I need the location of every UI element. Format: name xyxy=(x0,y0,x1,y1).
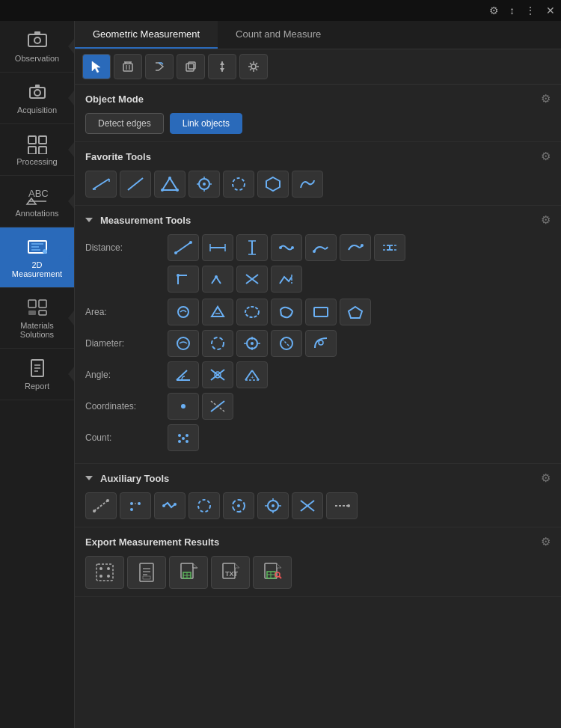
svg-marker-78 xyxy=(212,307,224,316)
link-objects-btn[interactable]: Link objects xyxy=(170,113,242,134)
export-btn-1[interactable] xyxy=(85,556,124,589)
fav-tool-5[interactable] xyxy=(223,171,254,198)
area-tool-2[interactable] xyxy=(202,299,233,325)
fav-tool-6[interactable] xyxy=(257,171,289,198)
svg-point-72 xyxy=(177,274,180,277)
sidebar-item-materials-solutions[interactable]: Materials Solutions xyxy=(0,288,74,349)
aux-tool-7[interactable] xyxy=(292,492,323,519)
export-btn-5[interactable] xyxy=(253,556,292,589)
dist-tool-1[interactable] xyxy=(168,234,199,261)
svg-rect-2 xyxy=(34,31,40,34)
dist-tool-4[interactable] xyxy=(271,234,302,261)
svg-rect-8 xyxy=(28,147,36,154)
sidebar-label-annotations: Annotations xyxy=(15,209,58,218)
dist-tool-10[interactable] xyxy=(236,266,268,293)
aux-tool-2[interactable] xyxy=(120,492,151,519)
tab-count-and-measure[interactable]: Count and Measure xyxy=(218,21,339,49)
svg-point-113 xyxy=(106,499,109,502)
angle-row: Angle: + xyxy=(85,361,551,388)
info-icon[interactable]: ↕ xyxy=(509,4,515,16)
svg-point-77 xyxy=(178,307,188,317)
gear-tool-btn[interactable] xyxy=(239,54,268,79)
sidebar-item-report[interactable]: Report xyxy=(0,349,74,400)
auxiliary-tools-gear[interactable]: ⚙ xyxy=(541,471,551,485)
diam-tool-4[interactable] xyxy=(271,330,302,357)
area-tool-6[interactable] xyxy=(340,299,371,325)
detect-edges-btn[interactable]: Detect edges xyxy=(85,113,164,134)
auxiliary-tools-header: Auxiliary Tools ⚙ xyxy=(85,471,551,485)
svg-point-110 xyxy=(182,437,185,440)
svg-rect-19 xyxy=(39,300,46,308)
export-gear[interactable]: ⚙ xyxy=(541,535,551,548)
sidebar-item-acquisition[interactable]: Acquisition xyxy=(0,73,74,124)
sidebar-label-materials: Materials Solutions xyxy=(4,321,70,339)
auxiliary-tools-title: Auxiliary Tools xyxy=(85,473,169,484)
arrows-tool-btn[interactable] xyxy=(208,54,236,79)
count-tool-1[interactable] xyxy=(168,424,199,451)
favorite-tools-gear[interactable]: ⚙ xyxy=(541,150,551,163)
dist-tool-9[interactable] xyxy=(202,266,233,293)
cursor-tool-btn[interactable] xyxy=(82,54,111,79)
angle-tool-1[interactable] xyxy=(168,361,199,388)
acquisition-icon xyxy=(25,82,49,103)
sidebar-item-processing[interactable]: Processing xyxy=(0,124,74,176)
fav-tool-4[interactable] xyxy=(188,171,220,198)
aux-tool-8[interactable] xyxy=(326,492,358,519)
observation-icon xyxy=(25,30,49,51)
svg-point-134 xyxy=(99,567,102,570)
coord-tool-2[interactable] xyxy=(202,393,233,420)
fav-tool-1[interactable] xyxy=(85,171,117,198)
fav-tool-2[interactable] xyxy=(120,171,151,198)
coord-tool-1[interactable] xyxy=(168,393,199,420)
coordinates-row: Coordinates: xyxy=(85,393,551,420)
object-mode-header: Object Mode ⚙ xyxy=(85,92,551,105)
aux-tool-5[interactable] xyxy=(223,492,254,519)
sidebar-label-processing: Processing xyxy=(16,157,57,166)
aux-tool-4[interactable] xyxy=(188,492,220,519)
delete-tool-btn[interactable] xyxy=(114,54,142,79)
aux-tool-6[interactable] xyxy=(257,492,289,519)
dist-tool-5[interactable] xyxy=(305,234,337,261)
sidebar-label-observation: Observation xyxy=(15,54,59,63)
fav-tool-7[interactable] xyxy=(292,171,323,198)
dist-tool-6[interactable] xyxy=(340,234,371,261)
measurement-tools-title: Measurement Tools xyxy=(85,215,191,226)
diam-tool-1[interactable] xyxy=(168,330,199,357)
dist-tool-8[interactable] xyxy=(168,266,199,293)
fav-tool-3[interactable] xyxy=(154,171,186,198)
area-tool-4[interactable] xyxy=(271,299,302,325)
sidebar-item-observation[interactable]: Observation xyxy=(0,21,74,73)
area-tool-5[interactable] xyxy=(305,299,337,325)
settings-icon[interactable]: ⚙ xyxy=(489,4,499,16)
dist-tool-3[interactable] xyxy=(236,234,268,261)
svg-rect-26 xyxy=(123,64,132,71)
export-btn-2[interactable] xyxy=(127,556,166,589)
object-mode-gear[interactable]: ⚙ xyxy=(541,92,551,105)
copy-tool-btn[interactable] xyxy=(177,54,205,79)
dist-tool-7[interactable] xyxy=(374,234,405,261)
top-bar: ⚙ ↕ ⋮ ✕ xyxy=(0,0,561,21)
export-btn-4[interactable]: TXT xyxy=(211,556,250,589)
more-icon[interactable]: ⋮ xyxy=(525,4,536,16)
diam-tool-2[interactable] xyxy=(202,330,233,357)
svg-point-118 xyxy=(162,504,165,507)
sidebar: Observation Acquisition Processing xyxy=(0,21,75,728)
diam-tool-3[interactable] xyxy=(236,330,268,357)
sidebar-item-2d-measurement[interactable]: 2DMeasurement xyxy=(0,227,74,288)
svg-rect-9 xyxy=(39,147,46,154)
diam-tool-5[interactable] xyxy=(305,330,337,357)
tab-geometric-measurement[interactable]: Geometric Measurement xyxy=(75,21,218,49)
link-tool-btn[interactable] xyxy=(145,54,174,79)
aux-tool-3[interactable] xyxy=(154,492,186,519)
dist-tool-2[interactable] xyxy=(202,234,233,261)
area-tool-1[interactable] xyxy=(168,299,199,325)
sidebar-item-annotations[interactable]: ABC Annotations xyxy=(0,176,74,227)
dist-tool-11[interactable] xyxy=(271,266,302,293)
measurement-tools-gear[interactable]: ⚙ xyxy=(541,213,551,227)
area-tool-3[interactable] xyxy=(236,299,268,325)
export-btn-3[interactable] xyxy=(169,556,208,589)
angle-tool-2[interactable] xyxy=(202,361,233,388)
close-icon[interactable]: ✕ xyxy=(546,4,555,16)
aux-tool-1[interactable] xyxy=(85,492,117,519)
angle-tool-3[interactable]: + xyxy=(236,361,268,388)
